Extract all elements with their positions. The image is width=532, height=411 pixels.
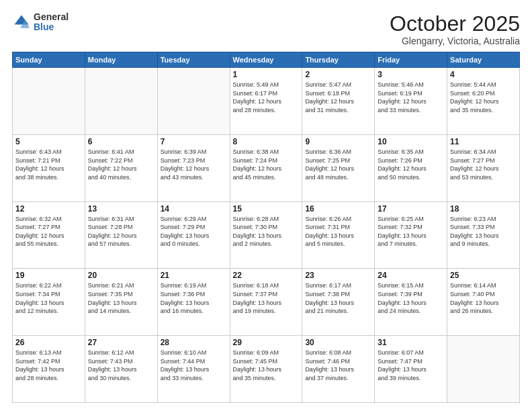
header-friday: Friday xyxy=(375,52,447,68)
day-number: 3 xyxy=(378,70,444,79)
week-row-2: 12Sunrise: 6:32 AM Sunset: 7:27 PM Dayli… xyxy=(13,201,520,269)
day-info: Sunrise: 6:28 AM Sunset: 7:30 PM Dayligh… xyxy=(233,215,300,248)
day-info: Sunrise: 6:26 AM Sunset: 7:31 PM Dayligh… xyxy=(305,215,371,248)
day-info: Sunrise: 5:46 AM Sunset: 6:19 PM Dayligh… xyxy=(378,81,444,114)
day-info: Sunrise: 6:29 AM Sunset: 7:29 PM Dayligh… xyxy=(161,215,227,248)
header-thursday: Thursday xyxy=(302,52,375,68)
logo-blue: Blue xyxy=(34,22,69,32)
calendar-cell: 4Sunrise: 5:44 AM Sunset: 6:20 PM Daylig… xyxy=(447,68,520,135)
calendar-cell: 14Sunrise: 6:29 AM Sunset: 7:29 PM Dayli… xyxy=(157,201,230,269)
calendar-cell: 10Sunrise: 6:35 AM Sunset: 7:26 PM Dayli… xyxy=(375,134,447,201)
day-info: Sunrise: 6:38 AM Sunset: 7:24 PM Dayligh… xyxy=(233,148,300,181)
calendar-cell xyxy=(447,336,520,403)
header-wednesday: Wednesday xyxy=(230,52,302,68)
day-number: 5 xyxy=(15,137,82,146)
logo-general: General xyxy=(34,12,69,22)
day-info: Sunrise: 5:47 AM Sunset: 6:18 PM Dayligh… xyxy=(305,81,371,114)
day-number: 22 xyxy=(233,271,300,280)
calendar-cell: 13Sunrise: 6:31 AM Sunset: 7:28 PM Dayli… xyxy=(85,201,157,269)
day-number: 11 xyxy=(450,137,517,146)
day-info: Sunrise: 5:44 AM Sunset: 6:20 PM Dayligh… xyxy=(450,81,517,114)
day-number: 28 xyxy=(161,338,227,347)
day-info: Sunrise: 6:31 AM Sunset: 7:28 PM Dayligh… xyxy=(88,215,154,248)
calendar-cell: 6Sunrise: 6:41 AM Sunset: 7:22 PM Daylig… xyxy=(85,134,157,201)
day-info: Sunrise: 6:08 AM Sunset: 7:46 PM Dayligh… xyxy=(305,349,371,382)
day-info: Sunrise: 6:21 AM Sunset: 7:35 PM Dayligh… xyxy=(88,281,154,315)
day-info: Sunrise: 6:18 AM Sunset: 7:37 PM Dayligh… xyxy=(233,281,300,315)
day-info: Sunrise: 6:35 AM Sunset: 7:26 PM Dayligh… xyxy=(378,148,444,181)
calendar-cell: 31Sunrise: 6:07 AM Sunset: 7:47 PM Dayli… xyxy=(375,336,447,403)
calendar-cell: 21Sunrise: 6:19 AM Sunset: 7:36 PM Dayli… xyxy=(157,269,230,336)
header-tuesday: Tuesday xyxy=(157,52,230,68)
day-number: 20 xyxy=(88,271,154,280)
calendar-cell xyxy=(13,68,85,135)
day-info: Sunrise: 6:10 AM Sunset: 7:44 PM Dayligh… xyxy=(161,349,227,382)
calendar-cell: 8Sunrise: 6:38 AM Sunset: 7:24 PM Daylig… xyxy=(230,134,302,201)
day-info: Sunrise: 6:19 AM Sunset: 7:36 PM Dayligh… xyxy=(161,281,227,315)
day-number: 17 xyxy=(378,204,444,214)
day-info: Sunrise: 6:43 AM Sunset: 7:21 PM Dayligh… xyxy=(15,148,82,181)
day-number: 15 xyxy=(233,204,300,214)
calendar-body: 1Sunrise: 5:49 AM Sunset: 6:17 PM Daylig… xyxy=(13,68,520,403)
day-number: 10 xyxy=(378,137,444,146)
header-row: Sunday Monday Tuesday Wednesday Thursday… xyxy=(13,52,520,68)
day-number: 26 xyxy=(15,338,82,347)
day-info: Sunrise: 6:32 AM Sunset: 7:27 PM Dayligh… xyxy=(15,215,82,248)
calendar-cell: 29Sunrise: 6:09 AM Sunset: 7:45 PM Dayli… xyxy=(230,336,302,403)
day-info: Sunrise: 6:25 AM Sunset: 7:32 PM Dayligh… xyxy=(378,215,444,248)
day-number: 29 xyxy=(233,338,300,347)
day-info: Sunrise: 6:23 AM Sunset: 7:33 PM Dayligh… xyxy=(450,215,517,248)
calendar-cell: 25Sunrise: 6:14 AM Sunset: 7:40 PM Dayli… xyxy=(447,269,520,336)
calendar-cell: 1Sunrise: 5:49 AM Sunset: 6:17 PM Daylig… xyxy=(230,68,302,135)
header-monday: Monday xyxy=(85,52,157,68)
logo-text: General Blue xyxy=(34,12,69,33)
day-info: Sunrise: 6:36 AM Sunset: 7:25 PM Dayligh… xyxy=(305,148,371,181)
calendar-cell: 12Sunrise: 6:32 AM Sunset: 7:27 PM Dayli… xyxy=(13,201,85,269)
day-info: Sunrise: 6:15 AM Sunset: 7:39 PM Dayligh… xyxy=(378,281,444,315)
day-number: 21 xyxy=(161,271,227,280)
calendar-cell: 3Sunrise: 5:46 AM Sunset: 6:19 PM Daylig… xyxy=(375,68,447,135)
day-number: 25 xyxy=(450,271,517,280)
calendar-cell: 17Sunrise: 6:25 AM Sunset: 7:32 PM Dayli… xyxy=(375,201,447,269)
calendar-cell: 23Sunrise: 6:17 AM Sunset: 7:38 PM Dayli… xyxy=(302,269,375,336)
day-number: 27 xyxy=(88,338,154,347)
day-info: Sunrise: 5:49 AM Sunset: 6:17 PM Dayligh… xyxy=(233,81,300,114)
calendar-cell: 16Sunrise: 6:26 AM Sunset: 7:31 PM Dayli… xyxy=(302,201,375,269)
calendar-cell: 28Sunrise: 6:10 AM Sunset: 7:44 PM Dayli… xyxy=(157,336,230,403)
logo: General Blue xyxy=(12,12,69,33)
day-number: 16 xyxy=(305,204,371,214)
title-block: October 2025 Glengarry, Victoria, Austra… xyxy=(390,12,520,46)
day-number: 24 xyxy=(378,271,444,280)
day-number: 2 xyxy=(305,70,371,79)
day-info: Sunrise: 6:41 AM Sunset: 7:22 PM Dayligh… xyxy=(88,148,154,181)
day-number: 19 xyxy=(15,271,82,280)
calendar-cell: 15Sunrise: 6:28 AM Sunset: 7:30 PM Dayli… xyxy=(230,201,302,269)
calendar-cell: 30Sunrise: 6:08 AM Sunset: 7:46 PM Dayli… xyxy=(302,336,375,403)
day-info: Sunrise: 6:07 AM Sunset: 7:47 PM Dayligh… xyxy=(378,349,444,382)
week-row-3: 19Sunrise: 6:22 AM Sunset: 7:34 PM Dayli… xyxy=(13,269,520,336)
header: General Blue October 2025 Glengarry, Vic… xyxy=(12,12,520,46)
day-info: Sunrise: 6:34 AM Sunset: 7:27 PM Dayligh… xyxy=(450,148,517,181)
day-number: 31 xyxy=(378,338,444,347)
day-number: 8 xyxy=(233,137,300,146)
day-number: 9 xyxy=(305,137,371,146)
calendar-cell xyxy=(85,68,157,135)
day-info: Sunrise: 6:22 AM Sunset: 7:34 PM Dayligh… xyxy=(15,281,82,315)
calendar-cell: 24Sunrise: 6:15 AM Sunset: 7:39 PM Dayli… xyxy=(375,269,447,336)
calendar-table: Sunday Monday Tuesday Wednesday Thursday… xyxy=(12,52,520,403)
calendar-cell: 5Sunrise: 6:43 AM Sunset: 7:21 PM Daylig… xyxy=(13,134,85,201)
calendar-cell: 27Sunrise: 6:12 AM Sunset: 7:43 PM Dayli… xyxy=(85,336,157,403)
week-row-4: 26Sunrise: 6:13 AM Sunset: 7:42 PM Dayli… xyxy=(13,336,520,403)
calendar-cell: 7Sunrise: 6:39 AM Sunset: 7:23 PM Daylig… xyxy=(157,134,230,201)
calendar-cell: 19Sunrise: 6:22 AM Sunset: 7:34 PM Dayli… xyxy=(13,269,85,336)
day-info: Sunrise: 6:17 AM Sunset: 7:38 PM Dayligh… xyxy=(305,281,371,315)
day-number: 30 xyxy=(305,338,371,347)
day-number: 23 xyxy=(305,271,371,280)
logo-icon xyxy=(12,13,31,32)
day-number: 13 xyxy=(88,204,154,214)
calendar-cell: 2Sunrise: 5:47 AM Sunset: 6:18 PM Daylig… xyxy=(302,68,375,135)
day-info: Sunrise: 6:39 AM Sunset: 7:23 PM Dayligh… xyxy=(161,148,227,181)
day-number: 14 xyxy=(161,204,227,214)
day-number: 4 xyxy=(450,70,517,79)
week-row-0: 1Sunrise: 5:49 AM Sunset: 6:17 PM Daylig… xyxy=(13,68,520,135)
